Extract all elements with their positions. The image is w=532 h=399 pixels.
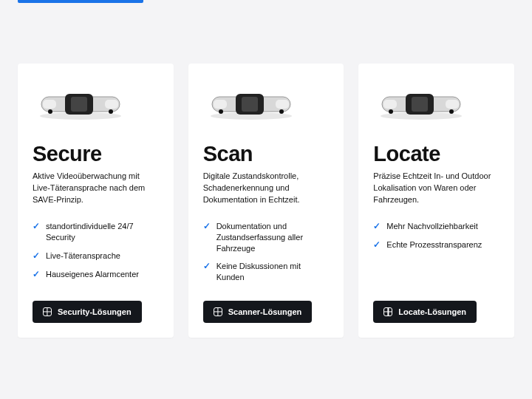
card-secure: Secure Aktive Videoüberwachung mit Live-… <box>18 64 174 338</box>
check-icon: ✓ <box>33 268 40 280</box>
button-label: Locate-Lösungen <box>398 307 466 316</box>
svg-rect-13 <box>276 100 289 109</box>
cards-row: Secure Aktive Videoüberwachung mit Live-… <box>0 0 532 338</box>
check-icon: ✓ <box>373 220 381 232</box>
locate-solutions-button[interactable]: Locate-Lösungen <box>373 301 477 323</box>
car-icon <box>33 86 129 120</box>
feature-text: standortindividuelle 24/7 Security <box>46 221 159 243</box>
feature-item: ✓Hauseigenes Alarmcenter <box>33 269 159 280</box>
svg-rect-12 <box>214 100 227 109</box>
svg-rect-19 <box>412 97 428 112</box>
feature-list-locate: ✓Mehr Nachvollziehbarkeit ✓Echte Prozess… <box>373 221 499 258</box>
grid-icon <box>383 307 392 316</box>
feature-list-secure: ✓standortindividuelle 24/7 Security ✓Liv… <box>33 221 159 287</box>
feature-list-scan: ✓Dokumentation und Zustandserfassung all… <box>203 221 330 290</box>
card-title: Locate <box>373 142 499 166</box>
security-solutions-button[interactable]: Security-Lösungen <box>33 301 142 323</box>
feature-text: Dokumentation und Zustandserfassung alle… <box>216 221 330 254</box>
check-icon: ✓ <box>33 250 40 262</box>
card-description: Digitale Zustandskontrolle, Schadenerken… <box>203 171 330 206</box>
svg-rect-20 <box>383 100 397 109</box>
card-description: Aktive Videoüberwachung mit Live-Täteran… <box>33 171 159 206</box>
check-icon: ✓ <box>373 239 381 250</box>
scanner-solutions-button[interactable]: Scanner-Lösungen <box>203 301 313 323</box>
car-icon <box>203 86 299 120</box>
card-description: Präzise Echtzeit In- und Outdoor Lokalis… <box>373 171 499 206</box>
check-icon: ✓ <box>203 220 211 232</box>
svg-point-23 <box>449 109 454 114</box>
card-title: Scan <box>203 142 330 166</box>
card-scan: Scan Digitale Zustandskontrolle, Schaden… <box>188 64 344 338</box>
svg-rect-11 <box>242 97 258 112</box>
feature-item: ✓Dokumentation und Zustandserfassung all… <box>203 221 330 254</box>
feature-text: Live-Täteransprache <box>46 250 120 262</box>
svg-rect-5 <box>105 100 118 109</box>
svg-point-15 <box>279 109 284 114</box>
button-label: Scanner-Lösungen <box>228 307 302 316</box>
svg-point-22 <box>389 109 393 114</box>
feature-text: Hauseigenes Alarmcenter <box>46 269 139 280</box>
svg-rect-21 <box>446 100 459 109</box>
top-accent-bar <box>18 0 143 3</box>
svg-point-6 <box>48 109 52 114</box>
car-image-secure <box>33 81 159 126</box>
grid-icon <box>43 307 52 316</box>
svg-point-7 <box>109 109 113 114</box>
feature-item: ✓Live-Täteransprache <box>33 250 159 262</box>
feature-item: ✓Mehr Nachvollziehbarkeit <box>373 221 499 232</box>
car-image-scan <box>203 81 330 126</box>
feature-text: Echte Prozesstransparenz <box>386 239 482 250</box>
svg-point-14 <box>219 109 223 114</box>
grid-icon <box>214 307 222 316</box>
svg-rect-3 <box>71 97 87 112</box>
check-icon: ✓ <box>203 260 211 272</box>
svg-rect-4 <box>43 100 56 109</box>
car-image-locate <box>373 81 499 126</box>
feature-item: ✓Echte Prozesstransparenz <box>373 239 499 250</box>
button-label: Security-Lösungen <box>58 307 132 316</box>
card-locate: Locate Präzise Echtzeit In- und Outdoor … <box>358 64 514 338</box>
feature-text: Keine Diskussionen mit Kunden <box>216 261 330 283</box>
feature-item: ✓standortindividuelle 24/7 Security <box>33 221 159 243</box>
feature-item: ✓Keine Diskussionen mit Kunden <box>203 261 330 283</box>
check-icon: ✓ <box>33 220 40 232</box>
car-icon <box>373 86 469 120</box>
feature-text: Mehr Nachvollziehbarkeit <box>386 221 478 232</box>
card-title: Secure <box>33 142 159 166</box>
